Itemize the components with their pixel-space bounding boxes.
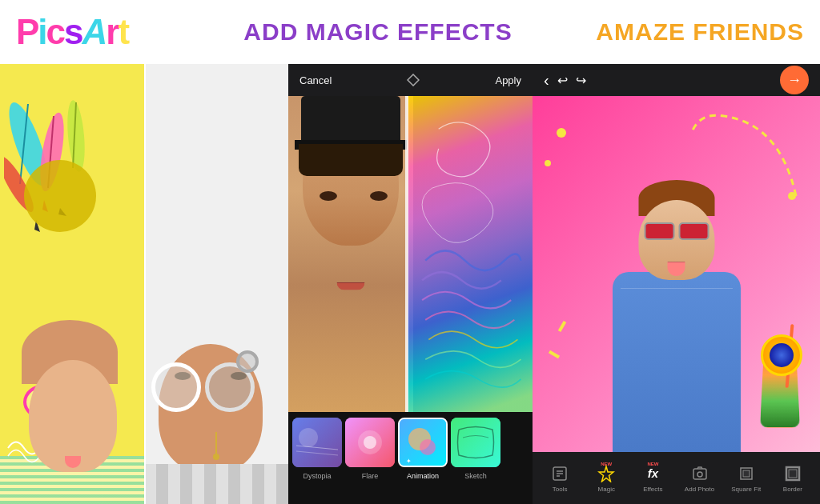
logo-r: r: [106, 12, 118, 51]
undo-icon[interactable]: ↩: [557, 73, 568, 88]
confetti-1: [557, 128, 566, 138]
panel-divider: [144, 64, 146, 504]
svg-marker-27: [599, 466, 613, 482]
magic-label: Magic: [598, 486, 615, 493]
svg-rect-33: [789, 470, 797, 478]
confetti-2: [545, 160, 551, 166]
phone-topbar: Cancel Apply: [288, 64, 533, 96]
effects-icon: fx: [643, 464, 662, 483]
logo-p: P: [16, 12, 38, 51]
border-label: Border: [783, 486, 802, 493]
diamond-icon: [405, 72, 421, 88]
header-row: PicsArt ADD MAGIC EFFECTS AMAZE FRIENDS: [0, 0, 820, 64]
amaze-toolbar-items: Tools NEW Magic NEW fx: [537, 464, 816, 493]
panel-right-half: [144, 64, 288, 504]
panel-phone: Cancel Apply: [288, 64, 533, 504]
confetti-3: [788, 192, 796, 200]
necklace-pendant: [213, 454, 219, 460]
back-icon[interactable]: ‹: [544, 71, 549, 90]
photo-real-half: [288, 96, 413, 412]
panel-amaze: ‹ ↩ ↪ →: [533, 64, 820, 504]
redo-icon[interactable]: ↪: [576, 73, 586, 88]
panel-left-half: [0, 64, 144, 504]
svg-rect-28: [693, 469, 706, 479]
toolbar-effects[interactable]: NEW fx Effects: [635, 464, 671, 493]
effect-sketch[interactable]: [451, 418, 500, 467]
svg-point-17: [358, 430, 382, 454]
svg-point-12: [299, 428, 318, 447]
apply-btn[interactable]: Apply: [495, 74, 521, 86]
logo-t: t: [118, 12, 128, 51]
lens-decor: [761, 334, 802, 376]
effects-label: Effects: [643, 486, 662, 493]
magic-new-badge: NEW: [601, 462, 612, 466]
section-title-magic: ADD MAGIC EFFECTS: [243, 18, 512, 46]
effect-labels: Dystopia Flare Animation Sketch: [288, 472, 533, 480]
logo-a1: A: [82, 12, 107, 51]
logo-c: c: [46, 12, 64, 51]
big-sunglasses: [151, 362, 255, 412]
phone-image-area: [288, 96, 533, 412]
svg-point-29: [697, 472, 702, 477]
effect-dystopia[interactable]: [292, 418, 342, 467]
content-row: Cancel Apply: [0, 64, 820, 504]
next-btn[interactable]: →: [780, 66, 809, 94]
logo-s: s: [64, 12, 82, 51]
man-sunglasses: [644, 222, 709, 240]
amaze-phone-ui: ‹ ↩ ↪ →: [533, 64, 820, 504]
amaze-topbar-left: ‹ ↩ ↪: [544, 71, 586, 90]
toolbar-border[interactable]: Border: [774, 464, 810, 493]
amaze-toolbar: Tools NEW Magic NEW fx: [533, 452, 820, 504]
logo-i: i: [38, 12, 46, 51]
man-body: [613, 272, 741, 452]
toolbar-square-fit[interactable]: Square Fit: [728, 464, 764, 493]
svg-point-20: [420, 439, 436, 455]
square-fit-label: Square Fit: [731, 486, 761, 493]
effect-label-dystopia: Dystopia: [292, 472, 342, 480]
effect-label-flare: Flare: [345, 472, 395, 480]
logo-area: PicsArt: [16, 12, 176, 52]
cancel-btn[interactable]: Cancel: [299, 74, 332, 86]
diagonal-split: [405, 96, 408, 412]
magic-icon: [597, 464, 616, 483]
toolbar-tools[interactable]: Tools: [542, 464, 578, 493]
girl-face-left: [29, 360, 117, 472]
yellow-circle: [24, 160, 96, 232]
svg-text:✦: ✦: [406, 458, 412, 465]
tools-label: Tools: [553, 486, 568, 493]
toolbar-add-photo[interactable]: Add Photo: [681, 464, 718, 493]
phone-bottom-strip: ✦ Dystopia Flare Ani: [288, 412, 533, 504]
section-title-amaze: AMAZE FRIENDS: [596, 18, 804, 46]
page-wrapper: PicsArt ADD MAGIC EFFECTS AMAZE FRIENDS: [0, 0, 820, 504]
border-icon: [783, 464, 802, 483]
effect-flare[interactable]: [345, 418, 395, 467]
header-right: AMAZE FRIENDS: [580, 18, 804, 46]
effects-strip: ✦: [288, 412, 533, 472]
effects-new-badge: NEW: [647, 462, 658, 466]
necklace: [215, 432, 217, 456]
amaze-image-area: [533, 96, 820, 452]
shirt-stripes: [144, 464, 288, 504]
amaze-topbar: ‹ ↩ ↪ →: [533, 64, 820, 96]
header-middle: ADD MAGIC EFFECTS: [176, 18, 580, 46]
tools-icon: [550, 464, 569, 483]
svg-marker-10: [408, 74, 419, 86]
man-head: [638, 200, 714, 280]
square-fit-icon: [737, 464, 756, 483]
effect-animation[interactable]: ✦: [398, 418, 448, 467]
add-photo-label: Add Photo: [685, 486, 714, 493]
photo-sketch-half: [408, 96, 533, 412]
svg-rect-22: [451, 418, 500, 467]
panel-collage: [0, 64, 288, 504]
effect-label-animation: Animation: [398, 472, 448, 480]
effect-label-sketch: Sketch: [451, 472, 500, 480]
picsart-logo: PicsArt: [16, 12, 128, 52]
add-photo-icon: [690, 464, 709, 483]
toolbar-magic[interactable]: NEW Magic: [589, 464, 625, 493]
svg-rect-31: [743, 470, 750, 477]
svg-rect-11: [292, 418, 342, 467]
